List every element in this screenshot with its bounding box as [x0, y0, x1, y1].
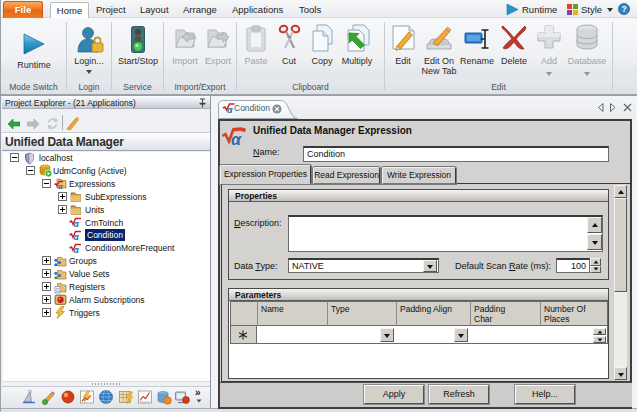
svg-text:α: α [227, 105, 233, 114]
svg-text:?: ? [621, 4, 626, 14]
svg-text:α: α [74, 219, 80, 229]
svg-text:α: α [74, 245, 80, 255]
svg-text:α: α [74, 232, 80, 242]
svg-text:α: α [231, 131, 242, 147]
svg-text:α: α [58, 182, 63, 190]
